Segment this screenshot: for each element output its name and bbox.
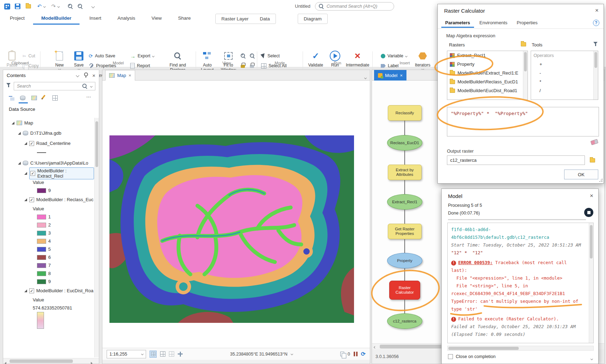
expand-icon[interactable] (24, 198, 27, 201)
auto-save-button[interactable]: ⟳ Auto Save (89, 52, 115, 60)
stop-button[interactable] (584, 208, 593, 217)
operator-divide[interactable]: / (531, 86, 598, 95)
map-tab[interactable]: Map × (105, 70, 135, 81)
legend-row[interactable]: 6 (3, 253, 94, 261)
save-model-button[interactable]: Save (70, 51, 87, 70)
expand-details-chevron[interactable] (591, 355, 593, 361)
tree-item-road-centerline[interactable]: ✓ Road_Centerline (3, 138, 94, 148)
open-project-button[interactable] (24, 2, 32, 11)
expand-icon[interactable] (18, 132, 21, 135)
chevron-down-icon[interactable] (291, 353, 293, 355)
raster-item[interactable]: ModelBuilder\EucDist_Road1 (447, 86, 528, 95)
tab-list-chevron[interactable] (365, 74, 366, 80)
scroll-left-icon[interactable] (5, 360, 6, 364)
chevron-down-icon[interactable] (90, 85, 93, 87)
help-icon[interactable]: ? (593, 20, 599, 26)
list-by-selection-icon[interactable] (31, 95, 37, 102)
legend-row[interactable]: 3 (3, 229, 94, 237)
filter-icon[interactable] (6, 83, 12, 88)
execution-log[interactable]: f1fd-46b1-ad6d- 4bf6c8dd157b\default.gdb… (447, 223, 594, 343)
zoom-out-button[interactable]: − (76, 2, 84, 11)
tab-raster-layer[interactable]: Raster Layer (216, 16, 254, 21)
new-model-button[interactable]: New (50, 51, 69, 70)
model-node-raster-calculator[interactable]: Raster Calculator (389, 281, 420, 300)
legend-row[interactable]: 4 (3, 237, 94, 245)
scroll-right-icon[interactable] (91, 360, 93, 364)
selection-count-icon[interactable] (340, 352, 344, 356)
close-map-tab-icon[interactable]: × (128, 73, 131, 78)
contents-horizontal-scrollbar[interactable] (3, 358, 99, 364)
layer-checkbox[interactable]: ✓ (29, 197, 34, 202)
refresh-icon[interactable]: ⟳ (361, 351, 366, 357)
nav-mode-icon[interactable] (178, 352, 183, 357)
model-node-extract-by-attributes[interactable]: Extract by Attributes (388, 165, 422, 180)
filter-icon[interactable] (593, 41, 598, 48)
close-on-completion-checkbox[interactable] (448, 354, 453, 359)
expand-icon[interactable] (24, 142, 27, 145)
redo-dropdown[interactable] (56, 2, 61, 11)
tree-item-extract-recl[interactable]: ✓ ModelBuilder : Extract_Recl (3, 168, 94, 178)
model-tab[interactable]: Model × (374, 70, 406, 81)
output-browse-folder-icon[interactable] (590, 158, 595, 164)
scrollbar-thumb[interactable] (380, 345, 447, 349)
scrollbar-thumb[interactable] (524, 52, 527, 71)
layer-checkbox[interactable]: ✓ (29, 141, 34, 146)
list-by-snapping-icon[interactable] (52, 95, 58, 102)
expand-icon[interactable] (12, 122, 14, 124)
tab-data[interactable]: Data (254, 16, 276, 21)
model-node-reclassify[interactable]: Reclassify (388, 105, 422, 121)
raster-item-property[interactable]: Property (447, 60, 528, 69)
contents-menu-chevron[interactable] (76, 74, 80, 77)
tab-parameters[interactable]: Parameters (441, 18, 474, 28)
view-zoom-out-button[interactable]: − (250, 52, 255, 60)
expand-icon[interactable] (24, 172, 27, 175)
scrollbar-thumb[interactable] (594, 52, 597, 68)
tree-item-gdb1[interactable]: D:\T1\Jifna.gdb (3, 128, 94, 138)
tree-item-eucdist[interactable]: ✓ ModelBuilder : EucDist_Roa (3, 286, 94, 296)
list-by-data-source-icon[interactable] (20, 95, 25, 102)
resize-grip[interactable] (599, 179, 602, 182)
tab-insert[interactable]: Insert (84, 13, 106, 25)
contents-search-input[interactable]: Search (14, 82, 95, 90)
export-button[interactable]: → Export (130, 52, 154, 60)
scrollbar-thumb[interactable] (10, 359, 73, 363)
raster-item[interactable]: ModelBuilder\Reclass_EucD1 (447, 77, 528, 86)
tab-diagram[interactable]: Diagram (298, 16, 327, 21)
model-node-property[interactable]: Property (387, 253, 422, 268)
tab-share[interactable]: Share (173, 13, 196, 25)
tab-environments[interactable]: Environments (475, 18, 511, 28)
raster-item[interactable]: Extract_Recl1 (447, 51, 528, 60)
contents-vertical-scrollbar[interactable] (94, 118, 99, 357)
selection-grid-icon[interactable] (169, 351, 174, 357)
close-model-tab-icon[interactable]: × (400, 73, 403, 78)
model-node-extract-recl1[interactable]: Extract_Recl1 (387, 194, 422, 210)
expand-icon[interactable] (18, 162, 21, 165)
legend-row[interactable]: 2 (3, 221, 94, 229)
tab-analysis[interactable]: Analysis (112, 13, 141, 25)
legend-row[interactable]: 1 (3, 213, 94, 221)
customize-toolbar-button[interactable] (89, 2, 97, 11)
tree-item-reclass-euc[interactable]: ✓ ModelBuilder : Reclass_Euc (3, 194, 94, 205)
project-icon[interactable] (3, 2, 11, 11)
map-canvas[interactable] (102, 81, 370, 348)
model-node-c12-rasterca[interactable]: c12_rasterca (387, 313, 422, 329)
tab-view[interactable]: View (146, 13, 167, 25)
raster-item[interactable]: ModelBuilder\Extract_Recl1:E (447, 69, 528, 77)
legend-row[interactable]: 7 (3, 261, 94, 269)
expression-input[interactable]: "%Property%" * "%Property%" (447, 107, 599, 136)
legend-row[interactable]: 8 (3, 269, 94, 277)
expand-icon[interactable] (24, 289, 27, 292)
model-node-get-raster-properties[interactable]: Get Raster Properties (388, 224, 422, 239)
stretch-ramp-row[interactable] (3, 312, 94, 330)
view-zoom-in-button[interactable]: + (241, 52, 246, 60)
tree-item-gdb2[interactable]: C:\Users\jamal3\AppData\Lo (3, 158, 94, 168)
operator-plus[interactable]: + (531, 60, 598, 69)
rasters-scrollbar[interactable] (523, 51, 528, 100)
scrollbar-thumb[interactable] (95, 121, 98, 167)
collapse-left-icon[interactable] (374, 345, 376, 349)
legend-row[interactable]: 9 (3, 186, 94, 194)
list-by-drawing-order-icon[interactable] (9, 95, 14, 102)
legend-row[interactable]: 5 (3, 245, 94, 253)
operator-multiply[interactable]: * (531, 77, 598, 86)
table-view-icon[interactable] (160, 351, 165, 357)
